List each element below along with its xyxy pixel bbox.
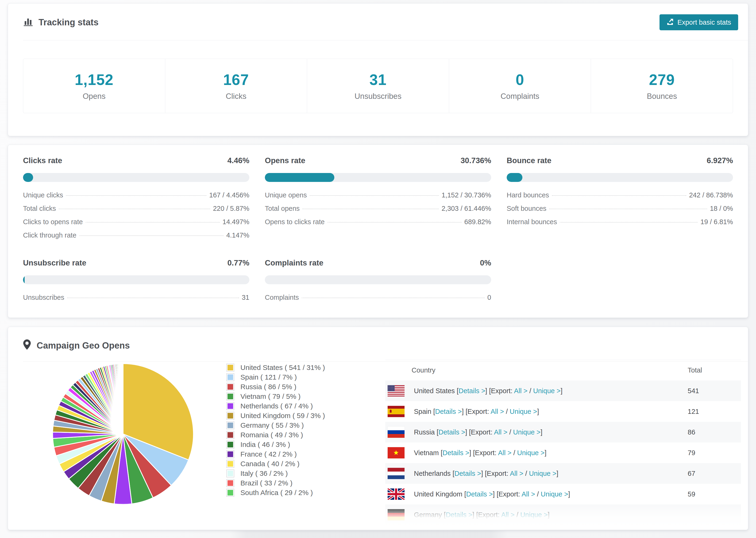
legend-swatch <box>226 479 234 487</box>
legend-item-netherlands[interactable]: Netherlands ( 67 / 4% ) <box>226 401 325 411</box>
geo-row-text: Vietnam [Details >] [Export: All > / Uni… <box>414 449 547 457</box>
legend-item-united-states[interactable]: United States ( 541 / 31% ) <box>226 363 325 372</box>
page-title: Tracking stats <box>23 16 99 28</box>
legend-label: Netherlands ( 67 / 4% ) <box>241 402 313 410</box>
progressbar-opens-rate <box>265 173 491 182</box>
export-all-link-united-states[interactable]: All > <box>514 387 527 395</box>
export-unique-link-united-kingdom[interactable]: Unique > <box>541 490 568 498</box>
rate-item-click-through-rate: Click through rate4.147% <box>23 232 249 245</box>
details-link-spain[interactable]: Details > <box>435 408 462 415</box>
summary-label-bounces: Bounces <box>647 92 677 101</box>
legend-swatch <box>226 469 234 477</box>
export-unique-link-russia[interactable]: Unique > <box>513 428 540 436</box>
details-link-united-kingdom[interactable]: Details > <box>466 490 493 498</box>
summary-cell-unsubscribes: 31Unsubscribes <box>307 59 449 113</box>
tracking-stats-card: Tracking stats Export basic stats 1,152O… <box>8 3 748 136</box>
rate-title-clicks-rate: Clicks rate <box>23 156 62 165</box>
export-unique-link-spain[interactable]: Unique > <box>510 408 537 415</box>
geo-row-united-kingdom: United Kingdom [Details >] [Export: All … <box>385 484 741 505</box>
legend-label: United States ( 541 / 31% ) <box>241 364 325 372</box>
export-unique-link-germany[interactable]: Unique > <box>520 511 548 518</box>
flag-de-icon <box>388 509 405 520</box>
rate-item-unsubscribes: Unsubscribes31 <box>23 294 249 307</box>
export-all-link-united-kingdom[interactable]: All > <box>522 490 535 498</box>
flag-gb-icon <box>388 488 405 500</box>
rate-item-unique-opens: Unique opens1,152 / 30.736% <box>265 191 491 205</box>
rate-block-clicks-rate: Clicks rate4.46%Unique clicks167 / 4.456… <box>23 156 249 245</box>
dotted-leader <box>67 297 239 298</box>
export-basic-stats-button[interactable]: Export basic stats <box>660 14 738 30</box>
details-link-germany[interactable]: Details > <box>446 511 472 518</box>
dotted-leader <box>552 195 686 196</box>
legend-item-canada[interactable]: Canada ( 40 / 2% ) <box>226 459 325 468</box>
rate-title-complaints-rate: Complaints rate <box>265 258 323 267</box>
page-title-text: Tracking stats <box>38 17 99 27</box>
geo-legend: United States ( 541 / 31% )Spain ( 121 /… <box>226 363 325 497</box>
rate-block-complaints-rate: Complaints rate0%Complaints0 <box>265 258 491 307</box>
details-link-russia[interactable]: Details > <box>439 428 465 436</box>
export-all-link-russia[interactable]: All > <box>494 428 507 436</box>
flag-vn-icon <box>388 447 405 458</box>
export-all-link-vietnam[interactable]: All > <box>498 449 512 457</box>
export-all-link-netherlands[interactable]: All > <box>510 470 523 477</box>
rate-value-opens-rate: 30.736% <box>460 156 491 165</box>
rate-item-opens-to-clicks-rate: Opens to clicks rate689.82% <box>265 218 491 232</box>
legend-item-russia[interactable]: Russia ( 86 / 5% ) <box>226 382 325 392</box>
legend-item-germany[interactable]: Germany ( 55 / 3% ) <box>226 420 325 430</box>
column-header-country: Country <box>385 366 688 374</box>
legend-item-france[interactable]: France ( 42 / 2% ) <box>226 449 325 459</box>
export-unique-link-vietnam[interactable]: Unique > <box>517 449 545 457</box>
rate-item-hard-bounces: Hard bounces242 / 86.738% <box>507 191 733 205</box>
geo-row-united-states: United States [Details >] [Export: All >… <box>385 381 741 401</box>
legend-item-italy[interactable]: Italy ( 36 / 2% ) <box>226 468 325 478</box>
dotted-leader <box>310 195 439 196</box>
legend-swatch <box>226 402 234 410</box>
summary-value-unsubscribes: 31 <box>369 71 387 88</box>
legend-item-south-africa[interactable]: South Africa ( 29 / 2% ) <box>226 488 325 497</box>
summary-cell-complaints: 0Complaints <box>449 59 591 113</box>
geo-pie-chart <box>50 361 196 507</box>
legend-item-brazil[interactable]: Brazil ( 33 / 2% ) <box>226 478 325 488</box>
legend-swatch <box>226 373 234 381</box>
legend-item-vietnam[interactable]: Vietnam ( 79 / 5% ) <box>226 392 325 401</box>
progressbar-fill-opens-rate <box>265 173 334 182</box>
export-all-link-spain[interactable]: All > <box>490 408 504 415</box>
summary-value-opens: 1,152 <box>75 71 113 88</box>
details-link-vietnam[interactable]: Details > <box>443 449 469 457</box>
rate-item-soft-bounces: Soft bounces18 / 0% <box>507 205 733 218</box>
summary-value-bounces: 279 <box>649 71 675 88</box>
rate-item-complaints: Complaints0 <box>265 294 491 307</box>
legend-label: United Kingdom ( 59 / 3% ) <box>241 412 325 420</box>
geo-row-russia: Russia [Details >] [Export: All > / Uniq… <box>385 422 741 443</box>
legend-item-united-kingdom[interactable]: United Kingdom ( 59 / 3% ) <box>226 411 325 420</box>
legend-label: India ( 46 / 3% ) <box>241 441 290 449</box>
geo-row-germany: Germany [Details >] [Export: All > / Uni… <box>385 505 741 525</box>
legend-label: Canada ( 40 / 2% ) <box>241 460 299 468</box>
export-unique-link-united-states[interactable]: Unique > <box>533 387 561 395</box>
geo-row-text: Russia [Details >] [Export: All > / Uniq… <box>414 428 542 436</box>
dotted-leader <box>79 236 223 236</box>
export-unique-link-netherlands[interactable]: Unique > <box>529 470 557 477</box>
progressbar-bounce-rate <box>507 173 733 182</box>
details-link-united-states[interactable]: Details > <box>459 387 485 395</box>
geo-table: Country Total United States [Details >] … <box>385 360 741 525</box>
rate-value-bounce-rate: 6.927% <box>707 156 733 165</box>
dotted-leader <box>549 209 707 209</box>
dotted-leader <box>302 297 485 298</box>
geo-section-title: Campaign Geo Opens <box>8 327 748 352</box>
map-pin-icon <box>23 339 31 352</box>
rates-grid: Clicks rate4.46%Unique clicks167 / 4.456… <box>8 145 748 316</box>
legend-item-romania[interactable]: Romania ( 49 / 3% ) <box>226 430 325 440</box>
legend-label: Vietnam ( 79 / 5% ) <box>241 393 300 401</box>
details-link-netherlands[interactable]: Details > <box>455 470 481 477</box>
rate-block-bounce-rate: Bounce rate6.927%Hard bounces242 / 86.73… <box>507 156 733 245</box>
export-all-link-germany[interactable]: All > <box>501 511 514 518</box>
rate-item-internal-bounces: Internal bounces19 / 6.81% <box>507 218 733 232</box>
legend-swatch <box>226 364 234 372</box>
legend-item-spain[interactable]: Spain ( 121 / 7% ) <box>226 372 325 382</box>
summary-cell-clicks: 167Clicks <box>165 59 307 113</box>
legend-item-india[interactable]: India ( 46 / 3% ) <box>226 440 325 449</box>
geo-row-netherlands: Netherlands [Details >] [Export: All > /… <box>385 463 741 484</box>
legend-swatch <box>226 450 234 458</box>
legend-label: Italy ( 36 / 2% ) <box>241 469 288 477</box>
